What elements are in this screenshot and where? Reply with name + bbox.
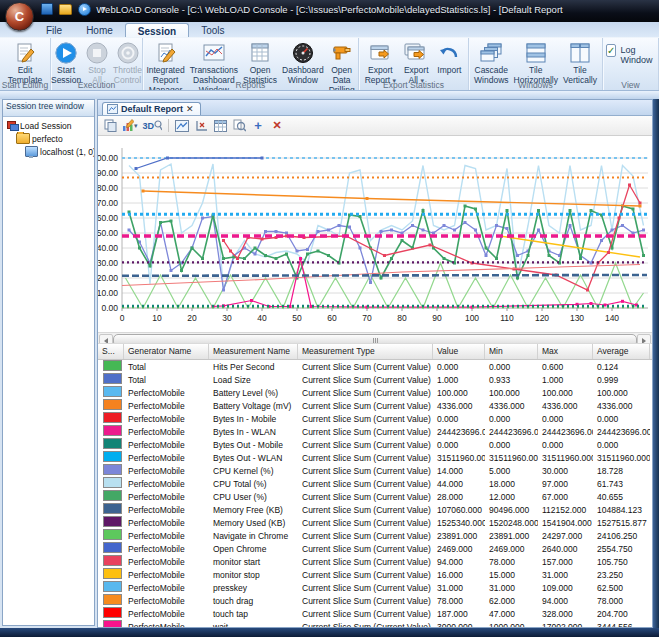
cell-average: 0.999 xyxy=(593,375,650,385)
customize-qat-button[interactable]: ▾ xyxy=(97,3,110,15)
table-header-row: S...Generator NameMeasurement NameMeasur… xyxy=(98,343,652,360)
cell-min: 15.000 xyxy=(485,570,538,580)
tab-file[interactable]: File xyxy=(34,23,74,37)
tab-home[interactable]: Home xyxy=(74,23,125,37)
series-color-swatch xyxy=(103,412,122,423)
show-data-table-button[interactable] xyxy=(213,118,227,133)
tab-tools[interactable]: Tools xyxy=(189,23,236,37)
window-right-border xyxy=(653,99,659,628)
column-header-value[interactable]: Value xyxy=(433,344,485,359)
column-header-s-[interactable]: S... xyxy=(98,344,124,359)
column-header-measurement-type[interactable]: Measurement Type xyxy=(298,344,433,359)
table-row[interactable]: PerfectoMobileBytes In - MobileCurrent S… xyxy=(98,412,652,425)
column-header-measurement-name[interactable]: Measurement Name xyxy=(209,344,298,359)
cell-value: 0.000 xyxy=(433,440,485,450)
tree-item-localhost[interactable]: localhost (1, 0) xyxy=(5,145,94,158)
column-header-min[interactable]: Min xyxy=(485,344,538,359)
host-icon xyxy=(25,146,38,157)
tab-session[interactable]: Session xyxy=(125,23,189,37)
copy-chart-button[interactable] xyxy=(103,118,117,133)
open-button[interactable] xyxy=(59,3,72,15)
table-row[interactable]: TotalLoad SizeCurrent Slice Sum (Current… xyxy=(98,373,652,386)
3d-toggle-button[interactable]: 3D xyxy=(143,118,163,133)
cell-measurement-name: wait xyxy=(209,622,298,628)
svg-text:80.00: 80.00 xyxy=(98,183,118,193)
table-row[interactable]: PerfectoMobileCPU Total (%)Current Slice… xyxy=(98,477,652,490)
cell-measurement-name: CPU User (%) xyxy=(209,492,298,502)
cell-generator-name: PerfectoMobile xyxy=(124,440,209,450)
cell-max: 0.000 xyxy=(538,414,593,424)
table-row[interactable]: PerfectoMobilewaitCurrent Slice Sum (Cur… xyxy=(98,620,652,627)
cell-value: 1525340.000 xyxy=(433,518,485,528)
table-row[interactable]: PerfectoMobileMemory Used (KB)Current Sl… xyxy=(98,516,652,529)
table-row[interactable]: PerfectoMobileCPU User (%)Current Slice … xyxy=(98,490,652,503)
checkbox-checked-icon: ✓ xyxy=(606,44,616,57)
cell-average: 61.743 xyxy=(593,479,650,489)
cell-measurement-type: Current Slice Sum (Current Value) xyxy=(298,570,433,580)
cell-value: 23891.000 xyxy=(433,531,485,541)
cell-measurement-name: Memory Free (KB) xyxy=(209,505,298,515)
cell-max: 100.000 xyxy=(538,388,593,398)
table-row[interactable]: PerfectoMobilepresskeyCurrent Slice Sum … xyxy=(98,581,652,594)
table-row[interactable]: PerfectoMobileOpen ChromeCurrent Slice S… xyxy=(98,542,652,555)
cell-value: 16.000 xyxy=(433,570,485,580)
cell-measurement-type: Current Slice Sum (Current Value) xyxy=(298,479,433,489)
remove-measurement-button[interactable]: ✕ xyxy=(270,118,284,133)
cell-measurement-name: presskey xyxy=(209,583,298,593)
chevron-down-icon: ▾ xyxy=(134,123,138,129)
line-chart[interactable]: 0.0010.0020.0030.0040.0050.0060.0070.008… xyxy=(98,136,652,332)
group-caption-start-editing: Start Editing xyxy=(0,80,50,90)
tree-item-load-session[interactable]: Load Session xyxy=(5,119,94,132)
svg-text:120: 120 xyxy=(535,313,549,323)
group-caption-export-statistics: Export Statistics xyxy=(359,80,468,90)
table-row[interactable]: PerfectoMobilemonitor stopCurrent Slice … xyxy=(98,568,652,581)
cell-min: 18.000 xyxy=(485,479,538,489)
table-row[interactable]: PerfectoMobileCPU Kernel (%)Current Slic… xyxy=(98,464,652,477)
cell-generator-name: PerfectoMobile xyxy=(124,557,209,567)
table-row[interactable]: PerfectoMobileNavigate in ChromeCurrent … xyxy=(98,529,652,542)
cell-average: 204.700 xyxy=(593,609,650,619)
cell-measurement-type: Current Slice Sum (Current Value) xyxy=(298,557,433,567)
export-chart-image-button[interactable] xyxy=(175,118,189,133)
play-icon xyxy=(78,3,91,16)
table-row[interactable]: PerfectoMobileBytes Out - MobileCurrent … xyxy=(98,438,652,451)
table-row[interactable]: PerfectoMobilemonitor startCurrent Slice… xyxy=(98,555,652,568)
folder-icon xyxy=(16,133,30,144)
table-row[interactable]: PerfectoMobileBattery Level (%)Current S… xyxy=(98,386,652,399)
app-logo: C xyxy=(15,9,24,24)
svg-text:90.00: 90.00 xyxy=(98,168,118,178)
cell-measurement-name: touch tap xyxy=(209,609,298,619)
column-header-average[interactable]: Average xyxy=(593,344,650,359)
column-header-generator-name[interactable]: Generator Name xyxy=(124,344,209,359)
table-row[interactable]: PerfectoMobiletouch tapCurrent Slice Sum… xyxy=(98,607,652,620)
run-button[interactable] xyxy=(78,3,91,15)
zoom-preview-button[interactable] xyxy=(232,118,246,133)
table-row[interactable]: PerfectoMobileBattery Voltage (mV)Curren… xyxy=(98,399,652,412)
table-row[interactable]: PerfectoMobileBytes In - WLANCurrent Sli… xyxy=(98,425,652,438)
cell-value: 187.000 xyxy=(433,609,485,619)
cell-generator-name: PerfectoMobile xyxy=(124,609,209,619)
toggle-axes-button[interactable] xyxy=(194,118,208,133)
application-orb[interactable]: C xyxy=(5,2,34,31)
close-tab-icon[interactable]: ✕ xyxy=(186,105,194,114)
table-row[interactable]: PerfectoMobileMemory Free (KB)Current Sl… xyxy=(98,503,652,516)
data-table-icon xyxy=(214,120,227,132)
group-start-editing: Edit Template Start Editing xyxy=(0,38,51,90)
save-icon xyxy=(41,3,53,15)
log-window-checkbox[interactable]: ✓ Log Window xyxy=(606,40,655,65)
tree-item-perfecto[interactable]: perfecto xyxy=(5,132,94,145)
tab-default-report[interactable]: Default Report ✕ xyxy=(102,102,201,115)
cell-max: 1.000 xyxy=(538,375,593,385)
column-header-max[interactable]: Max xyxy=(538,344,593,359)
cell-generator-name: PerfectoMobile xyxy=(124,570,209,580)
add-measurement-button[interactable]: + xyxy=(251,118,265,133)
throttle-control-icon xyxy=(117,41,139,65)
table-row[interactable]: PerfectoMobiletouch dragCurrent Slice Su… xyxy=(98,594,652,607)
save-button[interactable] xyxy=(40,3,53,15)
chart-style-button[interactable]: ▾ xyxy=(122,118,138,133)
open-folder-icon xyxy=(59,4,72,15)
table-row[interactable]: TotalHits Per SecondCurrent Slice Sum (C… xyxy=(98,360,652,373)
cell-max: 24297.000 xyxy=(538,531,593,541)
table-row[interactable]: PerfectoMobileBytes Out - WLANCurrent Sl… xyxy=(98,451,652,464)
import-button[interactable]: Import xyxy=(434,40,465,77)
